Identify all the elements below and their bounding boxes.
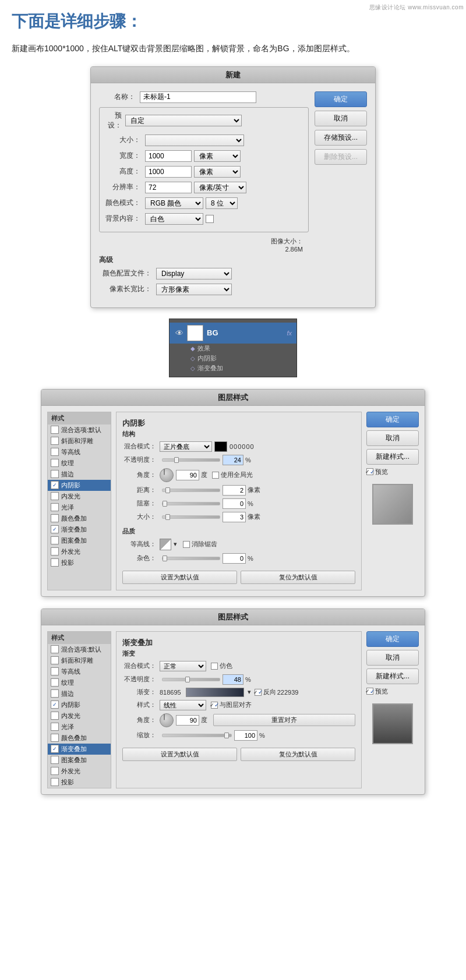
global-light-label[interactable]: 使用全局光 [212,470,253,479]
layer-row-bg[interactable]: 👁 BG fx [170,323,296,344]
scale-slider-2[interactable] [162,734,232,737]
anti-alias-check[interactable] [183,541,190,548]
preview-check-1[interactable]: ✓ [366,468,373,475]
bg-content-select[interactable]: 白色 [145,213,203,225]
style-item2-stroke[interactable]: 描边 [48,688,111,699]
inner-shadow-check[interactable]: ✓ [51,481,59,489]
style-item2-texture[interactable]: 纹理 [48,677,111,688]
style-item-pattern-overlay[interactable]: 图案叠加 [48,535,111,546]
style-item2-bevel[interactable]: 斜面和浮雕 [48,655,111,666]
reset-default-btn-2[interactable]: 复位为默认值 [241,748,355,761]
inner-glow-check[interactable] [51,492,59,500]
style-item-bevel[interactable]: 斜面和浮雕 [48,436,111,447]
reset-default-btn-1[interactable]: 复位为默认值 [241,571,355,584]
resolution-input[interactable] [145,182,192,193]
name-input[interactable] [140,91,256,103]
style-item-contour[interactable]: 等高线 [48,447,111,458]
delete-preset-button[interactable]: 删除预设... [315,149,367,165]
style-item-inner-shadow[interactable]: ✓ 内阴影 [48,480,111,491]
reset-align-btn[interactable]: 重置对齐 [213,714,355,726]
blend-color-box-1[interactable] [214,441,227,452]
style-item2-blend[interactable]: 混合选项:默认 [48,644,111,655]
bevel-check[interactable] [51,437,59,445]
size-select[interactable] [145,135,244,146]
distance-thumb-1[interactable] [165,487,170,493]
style-item-texture[interactable]: 纹理 [48,458,111,469]
contour-dropdown-icon[interactable]: ▾ [174,540,177,548]
opacity-input-1[interactable] [223,455,243,465]
color-overlay-check[interactable] [51,514,59,522]
outer-glow2-check[interactable] [51,767,59,775]
color-depth-select[interactable]: 8 位 [206,197,238,209]
size-slider-1[interactable] [162,515,220,519]
resolution-unit-select[interactable]: 像素/英寸 [194,182,246,193]
drop-shadow-check[interactable] [51,558,59,567]
global-light-check[interactable] [212,472,219,479]
satin-check[interactable] [51,503,59,511]
height-input[interactable] [145,166,192,178]
blend-mode-select-1[interactable]: 正片叠底 [160,441,212,452]
contour2-check[interactable] [51,667,59,675]
style-item-outer-glow[interactable]: 外发光 [48,546,111,557]
gradient-bar-2[interactable] [186,688,244,697]
scale-input-2[interactable] [234,730,257,741]
choke-slider-1[interactable] [162,502,220,505]
style-item-inner-glow[interactable]: 内发光 [48,491,111,502]
width-unit-select[interactable]: 像素 [194,150,241,162]
size-thumb-1[interactable] [165,514,170,520]
distance-slider-1[interactable] [162,489,220,492]
noise-slider-1[interactable] [162,557,220,560]
noise-input-1[interactable] [223,553,246,564]
fake-color-check[interactable] [211,663,218,670]
texture-check[interactable] [51,459,59,467]
stroke2-check[interactable] [51,689,59,698]
opacity-slider-2[interactable] [162,678,220,681]
preset-select[interactable]: 自定 [125,115,242,126]
size-input-1[interactable] [223,512,246,522]
style-item2-contour[interactable]: 等高线 [48,666,111,677]
distance-input-1[interactable] [223,485,246,496]
style-item2-inner-shadow[interactable]: ✓ 内阴影 [48,699,111,710]
texture2-check[interactable] [51,678,59,687]
inner-shadow2-check[interactable]: ✓ [51,700,59,709]
style-item-gradient-overlay[interactable]: ✓ 渐变叠加 [48,524,111,535]
fake-color-label[interactable]: 仿色 [211,661,232,670]
new-style-btn-2[interactable]: 新建样式... [366,668,419,684]
preview-label-2[interactable]: ✓ 预览 [366,687,419,696]
outer-glow-check[interactable] [51,547,59,556]
gradient-overlay-check[interactable]: ✓ [51,525,59,533]
noise-thumb-1[interactable] [163,556,167,561]
style-item2-inner-glow[interactable]: 内发光 [48,710,111,721]
color-mode-select[interactable]: RGB 颜色 [145,197,203,209]
angle-input-1[interactable] [176,470,199,480]
style-item-satin[interactable]: 光泽 [48,502,111,513]
reverse-check[interactable]: ✓ [255,689,262,696]
style-item2-gradient-overlay[interactable]: ✓ 渐变叠加 [48,744,111,755]
set-default-btn-2[interactable]: 设置为默认值 [122,748,237,761]
align-layer-check[interactable]: ✓ [211,702,218,709]
width-input[interactable] [145,150,192,162]
pixel-ratio-select[interactable]: 方形像素 [156,284,232,295]
bg-color-swatch[interactable] [206,215,214,223]
color-profile-select[interactable]: Display [156,268,232,280]
style-item2-outer-glow[interactable]: 外发光 [48,766,111,777]
preview-check-2[interactable]: ✓ [366,688,373,695]
height-unit-select[interactable]: 像素 [194,166,241,178]
opacity-thumb-2[interactable] [185,677,190,682]
style-item-stroke[interactable]: 描边 [48,469,111,480]
contour-thumb-1[interactable] [160,539,171,550]
style-item-color-overlay[interactable]: 颜色叠加 [48,513,111,524]
style-select-2[interactable]: 线性 [160,700,206,710]
choke-thumb-1[interactable] [163,501,167,507]
pattern-overlay-check[interactable] [51,536,59,544]
style-item-blend[interactable]: 混合选项:默认 [48,424,111,436]
ok-button[interactable]: 确定 [315,91,367,107]
blend2-check[interactable] [51,645,59,653]
opacity-input-2[interactable] [223,674,243,685]
satin2-check[interactable] [51,723,59,731]
align-layer-label[interactable]: ✓ 与图层对齐 [211,700,252,709]
reverse-label[interactable]: ✓ 反向 [255,688,276,696]
angle-dial-1[interactable] [160,468,174,482]
inner-glow2-check[interactable] [51,712,59,720]
drop-shadow2-check[interactable] [51,778,59,786]
